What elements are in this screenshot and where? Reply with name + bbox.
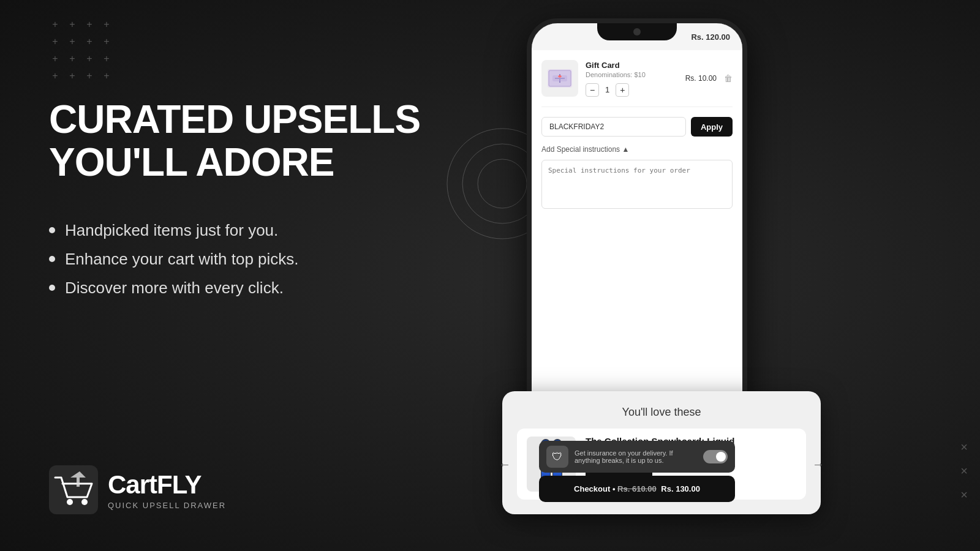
left-content: CURATED UPSELLS YOU'LL ADORE Handpicked … (49, 98, 429, 307)
plus-icon: + (66, 18, 78, 31)
bullet-dot (49, 256, 55, 262)
quantity-display: 1 (605, 85, 609, 94)
special-instructions-toggle[interactable]: Add Special instructions ▲ (541, 145, 733, 154)
feature-list: Handpicked items just for you. Enhance y… (49, 221, 429, 298)
plus-icon: + (49, 36, 61, 48)
cart-item-image (541, 60, 578, 97)
toggle-knob (716, 452, 726, 462)
plus-icon: + (66, 70, 78, 82)
quantity-controls: − 1 + (586, 83, 678, 97)
bullet-item-2: Enhance your cart with top picks. (49, 250, 429, 269)
insurance-toggle[interactable] (703, 450, 728, 463)
plus-icon: + (100, 53, 113, 65)
logo-area: CartFLY QUICK UPSELL DRAWER (49, 465, 226, 514)
plus-icon: + (83, 36, 96, 48)
svg-rect-0 (49, 465, 98, 514)
svg-point-5 (478, 159, 527, 208)
x-mark-2: × (960, 464, 968, 478)
svg-point-2 (81, 499, 88, 505)
plus-icon: + (49, 53, 61, 65)
delete-item-button[interactable]: 🗑 (724, 73, 733, 83)
plus-icon: + (100, 70, 113, 82)
insurance-text: Get insurance on your delivery. If anyth… (575, 449, 697, 464)
x-mark-1: × (960, 440, 968, 454)
decorative-plus-grid: + + + + + + + + + + + + + + + + (49, 18, 113, 82)
bullet-dot (49, 285, 55, 291)
cart-item-price: Rs. 10.00 (685, 74, 717, 83)
plus-icon: + (49, 18, 61, 31)
plus-icon: + (100, 18, 113, 31)
phone-camera (633, 28, 641, 36)
headline: CURATED UPSELLS YOU'LL ADORE (49, 98, 429, 184)
plus-icon: + (49, 70, 61, 82)
insurance-icon: 🛡 (546, 446, 568, 468)
x-mark-3: × (960, 488, 968, 502)
plus-icon: + (66, 36, 78, 48)
cart-item-name: Gift Card (586, 61, 678, 70)
bullet-dot (49, 227, 55, 233)
status-amount: Rs. 120.00 (691, 32, 730, 42)
svg-point-1 (67, 499, 73, 505)
plus-icon: + (83, 53, 96, 65)
decorative-x-marks: × × × (960, 440, 968, 502)
checkout-new-price: Rs. 130.00 (661, 484, 700, 493)
upsell-title: You'll love these (517, 406, 806, 419)
upsell-prev-button[interactable]: ← (499, 457, 511, 471)
checkout-bar[interactable]: Checkout • Rs. 610.00 Rs. 130.00 (539, 476, 735, 502)
insurance-row: 🛡 Get insurance on your delivery. If any… (539, 441, 735, 473)
quantity-decrease-button[interactable]: − (586, 83, 599, 97)
upsell-next-button[interactable]: → (812, 457, 824, 471)
bullet-item-3: Discover more with every click. (49, 279, 429, 298)
plus-icon: + (83, 18, 96, 31)
checkout-old-price: Rs. 610.00 (617, 484, 657, 493)
cart-fly-logo-icon (49, 465, 98, 514)
quantity-increase-button[interactable]: + (616, 83, 629, 97)
plus-icon: + (83, 70, 96, 82)
bullet-item-1: Handpicked items just for you. (49, 221, 429, 240)
special-instructions-textarea[interactable] (541, 160, 733, 209)
toggle-label: Add Special instructions ▲ (541, 145, 629, 154)
logo-name: CartFLY (108, 470, 226, 500)
logo-text: CartFLY QUICK UPSELL DRAWER (108, 470, 226, 510)
plus-icon: + (100, 36, 113, 48)
coupon-input[interactable] (541, 117, 686, 137)
logo-tagline: QUICK UPSELL DRAWER (108, 501, 226, 510)
cart-item: Gift Card Denominations: $10 − 1 + Rs. 1… (541, 60, 733, 107)
apply-coupon-button[interactable]: Apply (691, 117, 733, 137)
cart-item-denomination: Denominations: $10 (586, 71, 678, 78)
coupon-row: Apply (541, 117, 733, 137)
plus-icon: + (66, 53, 78, 65)
cart-item-details: Gift Card Denominations: $10 − 1 + (586, 61, 678, 97)
